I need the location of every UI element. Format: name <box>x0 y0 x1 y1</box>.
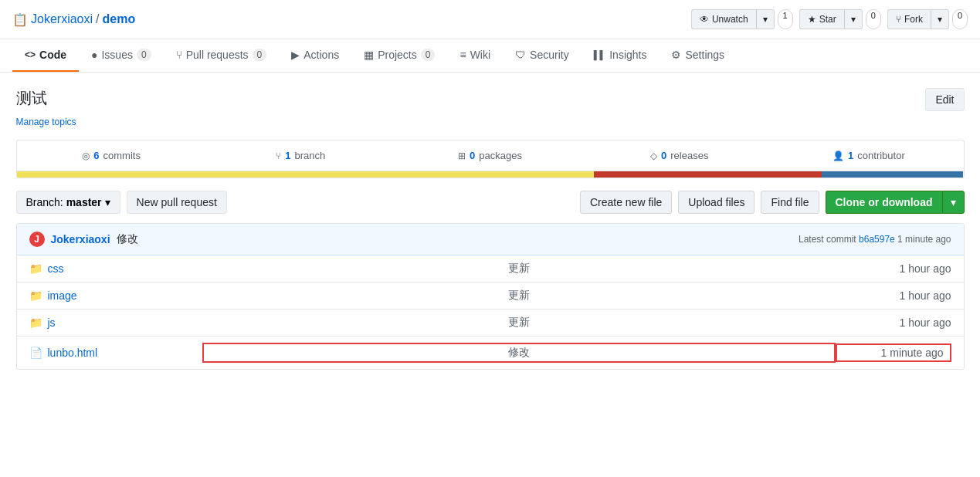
stat-packages: 0 packages <box>395 140 585 171</box>
fork-icon <box>896 14 901 25</box>
stat-branch: 1 branch <box>206 140 395 171</box>
clone-main-button[interactable]: Clone or download <box>826 191 942 214</box>
tab-issues-label: Issues <box>101 49 132 61</box>
fork-label: Fork <box>904 14 923 25</box>
file-toolbar-right: Create new file Upload files Find file C… <box>580 191 965 214</box>
tab-insights[interactable]: ▌▌ Insights <box>582 39 660 72</box>
projects-count: 0 <box>421 49 436 61</box>
eye-icon <box>700 14 709 25</box>
tab-issues[interactable]: ● Issues 0 <box>79 39 164 72</box>
file-name: js <box>48 316 202 329</box>
tab-wiki-label: Wiki <box>470 49 490 61</box>
star-button[interactable]: Star <box>799 9 844 29</box>
stats-bar: 6 commits 1 branch 0 packages 0 releases… <box>16 140 965 178</box>
nav-tabs: <> Code ● Issues 0 ⑂ Pull requests 0 ▶ A… <box>0 39 980 73</box>
stat-releases: 0 releases <box>585 140 774 171</box>
unwatch-chevron-icon <box>763 14 768 25</box>
package-icon <box>458 150 466 161</box>
fork-chevron-icon <box>938 14 942 25</box>
tab-wiki[interactable]: ≡ Wiki <box>447 39 503 72</box>
security-icon: 🛡 <box>515 49 526 61</box>
find-file-button[interactable]: Find file <box>761 191 819 214</box>
repo-description-block: 测试 Manage topics <box>16 88 76 127</box>
commits-icon <box>82 150 90 161</box>
star-dropdown[interactable] <box>844 9 863 29</box>
clone-arrow-button[interactable] <box>942 191 965 214</box>
unwatch-dropdown[interactable] <box>756 9 775 29</box>
lang-html-segment <box>822 171 964 178</box>
contributors-count-link[interactable]: 1 <box>848 150 853 161</box>
packages-count-link[interactable]: 0 <box>470 150 475 161</box>
fork-dropdown[interactable] <box>931 9 949 29</box>
tab-security[interactable]: 🛡 Security <box>503 39 582 72</box>
releases-label: releases <box>670 150 708 161</box>
tab-projects[interactable]: ▦ Projects 0 <box>351 39 447 72</box>
tab-settings[interactable]: ⚙ Settings <box>659 39 737 72</box>
star-chevron-icon <box>851 14 856 25</box>
fork-button[interactable]: Fork <box>887 9 931 29</box>
tab-pull-requests[interactable]: ⑂ Pull requests 0 <box>164 39 280 72</box>
settings-icon: ⚙ <box>671 49 681 61</box>
packages-label: packages <box>479 150 522 161</box>
repo-owner-link[interactable]: Jokerxiaoxi <box>31 12 93 26</box>
branch-select-button[interactable]: Branch: master <box>16 191 120 214</box>
actions-icon: ▶ <box>291 49 300 61</box>
code-icon: <> <box>25 49 36 60</box>
unwatch-button[interactable]: Unwatch <box>691 9 756 29</box>
branch-icon <box>276 150 281 161</box>
commit-time: 1 minute ago <box>897 234 951 245</box>
pr-icon: ⑂ <box>176 49 182 61</box>
contributors-label: contributor <box>857 150 904 161</box>
branch-name: master <box>66 196 102 208</box>
latest-commit-info: Latest commit b6a597e 1 minute ago <box>799 234 951 245</box>
file-table: J Jokerxiaoxi 修改 Latest commit b6a597e 1… <box>16 223 965 370</box>
file-commit-msg: 更新 <box>202 262 836 276</box>
branch-label: Branch: <box>26 196 63 208</box>
folder-icon: 📁 <box>29 289 42 302</box>
repo-book-icon: 📋 <box>12 12 28 27</box>
repo-name-link[interactable]: demo <box>102 12 135 26</box>
file-toolbar-left: Branch: master New pull request <box>16 191 227 214</box>
file-name-link[interactable]: js <box>48 316 56 329</box>
stat-commits: 6 commits <box>17 140 206 171</box>
manage-topics-link[interactable]: Manage topics <box>16 117 76 127</box>
file-name-link[interactable]: image <box>48 289 77 302</box>
file-time: 1 minute ago <box>836 343 951 362</box>
new-pull-request-button[interactable]: New pull request <box>127 191 227 214</box>
create-new-file-button[interactable]: Create new file <box>580 191 672 214</box>
file-rows-container: 📁css更新1 hour ago📁image更新1 hour ago📁js更新1… <box>17 255 964 369</box>
contributor-icon <box>832 150 844 161</box>
tab-insights-label: Insights <box>609 49 646 61</box>
file-commit-msg: 更新 <box>202 316 836 330</box>
branch-count-link[interactable]: 1 <box>285 150 290 161</box>
upload-files-button[interactable]: Upload files <box>678 191 754 214</box>
commits-count-link[interactable]: 6 <box>93 150 99 161</box>
repo-description: 测试 <box>16 88 76 109</box>
file-commit-msg: 修改 <box>202 343 836 363</box>
file-icon: 📄 <box>29 347 42 359</box>
insights-icon: ▌▌ <box>594 50 606 59</box>
unwatch-label: Unwatch <box>712 14 748 25</box>
tab-actions-label: Actions <box>303 49 339 61</box>
repo-title: 📋 Jokerxiaoxi / demo <box>12 12 135 27</box>
file-name-link[interactable]: css <box>48 262 64 275</box>
tab-code[interactable]: <> Code <box>12 39 79 72</box>
main-content: 测试 Manage topics Edit 6 commits 1 branch… <box>4 73 977 385</box>
tab-actions[interactable]: ▶ Actions <box>279 39 351 72</box>
releases-count-link[interactable]: 0 <box>661 150 666 161</box>
edit-button[interactable]: Edit <box>925 88 964 111</box>
file-name-link[interactable]: lunbo.html <box>48 347 98 359</box>
commits-label: commits <box>103 150 141 161</box>
file-time: 1 hour ago <box>836 262 951 275</box>
pr-count: 0 <box>253 49 267 61</box>
commit-hash-link[interactable]: b6a597e <box>859 234 895 245</box>
tab-projects-label: Projects <box>378 49 417 61</box>
issues-count: 0 <box>137 49 151 61</box>
fork-count: 0 <box>952 9 968 29</box>
page-header: 📋 Jokerxiaoxi / demo Unwatch 1 Star <box>0 0 980 39</box>
star-label: Star <box>819 14 836 25</box>
fork-group: Fork 0 <box>887 9 968 29</box>
commit-header-row: J Jokerxiaoxi 修改 Latest commit b6a597e 1… <box>17 224 964 255</box>
branch-chevron-icon <box>105 196 110 208</box>
commit-user-link[interactable]: Jokerxiaoxi <box>51 233 110 245</box>
